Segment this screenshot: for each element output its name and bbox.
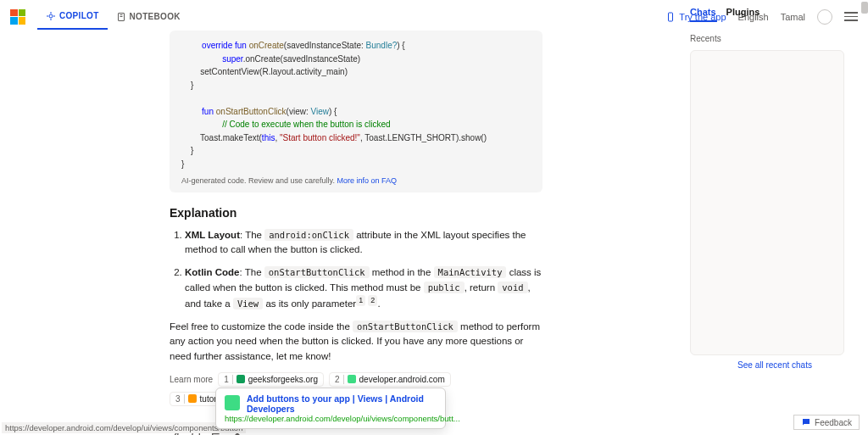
copilot-icon bbox=[46, 11, 56, 21]
citation-1[interactable]: 1 bbox=[356, 295, 365, 307]
recents-label: Recents bbox=[690, 34, 860, 43]
favicon-icon bbox=[348, 375, 356, 383]
favicon-icon bbox=[188, 394, 197, 403]
tab-copilot[interactable]: COPILOT bbox=[37, 4, 108, 30]
see-all-chats-link[interactable]: See all recent chats bbox=[690, 360, 860, 370]
explanation-item-1: XML Layout: The android:onClick attribut… bbox=[185, 228, 542, 258]
android-icon bbox=[225, 395, 240, 410]
citation-2[interactable]: 2 bbox=[368, 295, 377, 307]
source-tooltip: Add buttons to your app | Views | Androi… bbox=[215, 388, 446, 429]
learn-more-label: Learn more bbox=[170, 375, 213, 384]
closing-paragraph: Feel free to customize the code inside t… bbox=[170, 320, 542, 364]
phone-icon bbox=[665, 12, 676, 22]
feedback-button[interactable]: Feedback bbox=[793, 415, 860, 430]
source-2[interactable]: 2developer.android.com bbox=[329, 372, 451, 387]
scrollbar[interactable] bbox=[861, 2, 868, 14]
sidebar-tab-chats[interactable]: Chats bbox=[690, 7, 716, 22]
tab-notebook[interactable]: NOTEBOOK bbox=[108, 5, 189, 29]
svg-rect-2 bbox=[669, 13, 673, 21]
right-sidebar: Chats Plugins Recents See all recent cha… bbox=[690, 7, 860, 370]
microsoft-logo-icon bbox=[10, 9, 25, 25]
notebook-icon bbox=[116, 12, 126, 22]
sidebar-tab-plugins[interactable]: Plugins bbox=[726, 7, 760, 22]
explanation-item-2: Kotlin Code: The onStartButtonClick meth… bbox=[185, 265, 542, 311]
faq-link[interactable]: More info on FAQ bbox=[337, 176, 397, 185]
main-content: override fun onCreate(savedInstanceState… bbox=[170, 31, 542, 435]
recents-placeholder bbox=[690, 50, 844, 355]
svg-point-0 bbox=[49, 14, 53, 18]
learn-more-row: Learn more 1geeksforgeeks.org 2developer… bbox=[170, 372, 542, 406]
source-1[interactable]: 1geeksforgeeks.org bbox=[218, 372, 324, 387]
status-bar-url: https://developer.android.com/develop/ui… bbox=[2, 422, 246, 433]
favicon-icon bbox=[236, 375, 245, 383]
tooltip-url: https://developer.android.com/develop/ui… bbox=[225, 414, 437, 423]
tab-notebook-label: NOTEBOOK bbox=[130, 12, 181, 21]
chat-icon bbox=[801, 417, 811, 427]
tab-copilot-label: COPILOT bbox=[59, 11, 99, 20]
explanation-heading: Explanation bbox=[170, 206, 542, 220]
code-block: override fun onCreate(savedInstanceState… bbox=[170, 31, 542, 192]
code-disclaimer: AI-generated code. Review and use carefu… bbox=[181, 176, 531, 187]
tooltip-title: Add buttons to your app | Views | Androi… bbox=[225, 393, 437, 414]
